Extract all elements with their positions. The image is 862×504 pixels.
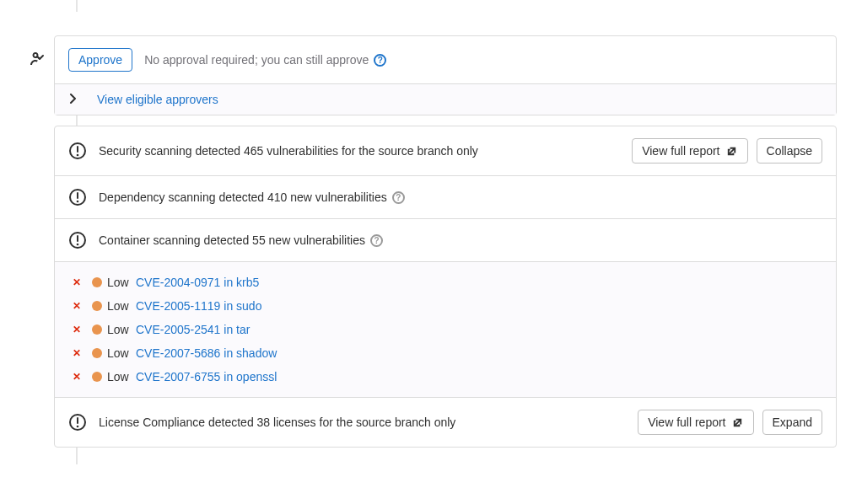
severity-label: Low <box>107 323 136 336</box>
dismiss-icon[interactable]: ✕ <box>68 347 85 359</box>
severity-label: Low <box>107 370 136 383</box>
svg-rect-7 <box>77 235 78 242</box>
severity-dot <box>92 324 102 335</box>
vulnerability-row: ✕LowCVE-2007-6755 in openssl <box>68 365 822 389</box>
severity-dot <box>92 301 102 311</box>
svg-rect-10 <box>77 417 78 424</box>
view-full-report-button[interactable]: View full report <box>632 138 747 164</box>
vulnerability-row: ✕LowCVE-2004-0971 in krb5 <box>68 271 822 294</box>
vulnerability-row: ✕LowCVE-2007-5686 in shadow <box>68 341 822 365</box>
approval-status-icon <box>26 51 46 70</box>
vulnerability-row: ✕LowCVE-2005-1119 in sudo <box>68 294 822 318</box>
dismiss-icon[interactable]: ✕ <box>68 371 85 383</box>
svg-rect-1 <box>77 146 78 153</box>
severity-label: Low <box>107 276 136 289</box>
expand-button[interactable]: Expand <box>762 410 822 435</box>
chevron-right-icon[interactable] <box>68 94 80 105</box>
approval-note-text: No approval required; you can still appr… <box>144 53 369 67</box>
container-help-icon[interactable]: ? <box>370 234 383 247</box>
severity-label: Low <box>107 346 136 360</box>
view-eligible-approvers-link[interactable]: View eligible approvers <box>97 93 218 106</box>
dismiss-icon[interactable]: ✕ <box>68 276 85 288</box>
dismiss-icon[interactable]: ✕ <box>68 324 85 335</box>
approve-button[interactable]: Approve <box>68 48 132 72</box>
svg-point-5 <box>77 201 79 203</box>
container-summary-text: Container scanning detected 55 new vulne… <box>99 233 365 247</box>
svg-point-2 <box>77 154 79 157</box>
vulnerability-link[interactable]: CVE-2004-0971 in krb5 <box>136 276 259 289</box>
dependency-help-icon[interactable]: ? <box>392 191 405 204</box>
license-summary-text: License Compliance detected 38 licenses … <box>99 416 638 429</box>
severity-dot <box>92 348 102 358</box>
external-link-icon <box>725 145 738 158</box>
warning-icon <box>68 231 87 249</box>
dependency-summary-text: Dependency scanning detected 410 new vul… <box>99 190 387 204</box>
dismiss-icon[interactable]: ✕ <box>68 300 85 312</box>
view-full-report-button[interactable]: View full report <box>638 410 753 435</box>
vulnerability-row: ✕LowCVE-2005-2541 in tar <box>68 318 822 341</box>
collapse-button[interactable]: Collapse <box>757 138 822 164</box>
vulnerability-link[interactable]: CVE-2005-1119 in sudo <box>136 299 261 313</box>
severity-dot <box>92 277 102 287</box>
vulnerability-list: ✕LowCVE-2004-0971 in krb5✕LowCVE-2005-11… <box>55 261 836 397</box>
severity-dot <box>92 372 102 382</box>
vulnerability-link[interactable]: CVE-2007-6755 in openssl <box>136 370 277 383</box>
severity-label: Low <box>107 299 136 313</box>
vulnerability-link[interactable]: CVE-2005-2541 in tar <box>136 323 250 336</box>
svg-rect-4 <box>77 192 78 199</box>
security-summary-text: Security scanning detected 465 vulnerabi… <box>99 144 632 158</box>
svg-point-11 <box>77 426 79 428</box>
warning-icon <box>68 188 87 206</box>
svg-point-8 <box>77 244 79 246</box>
external-link-icon <box>731 416 744 429</box>
warning-icon <box>68 142 87 160</box>
vulnerability-link[interactable]: CVE-2007-5686 in shadow <box>136 346 277 360</box>
warning-icon <box>68 413 87 432</box>
approval-help-icon[interactable]: ? <box>374 54 386 67</box>
